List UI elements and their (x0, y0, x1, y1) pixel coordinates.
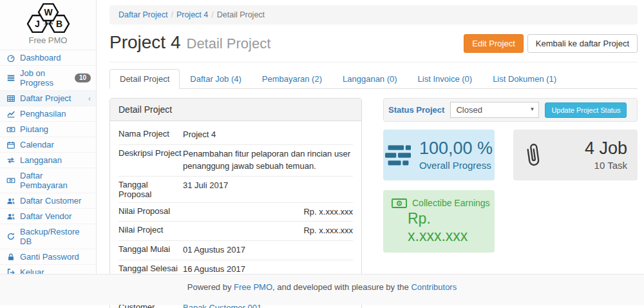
main-content: Daftar Project/Project 4/Detail Project … (97, 5, 644, 308)
table-row: Nilai Proposal Rp. x.xxx.xxx (118, 203, 353, 222)
breadcrumb-separator: / (208, 10, 216, 19)
tab-list-invoice[interactable]: List Invoice (0) (408, 69, 483, 89)
sidebar-item-langganan[interactable]: Langganan (0, 153, 96, 168)
page-title: Project 4Detail Project (109, 32, 270, 54)
jobs-card: 4 Job 10 Task (513, 130, 638, 180)
chart-line-icon (6, 110, 15, 119)
table-row: Nama Project Project 4 (118, 126, 353, 145)
footer-link-free-pmo[interactable]: Free PMO (234, 282, 272, 292)
update-project-status-button[interactable]: Update Project Status (545, 102, 627, 118)
status-project-label: Status Project (388, 105, 444, 115)
status-select-wrap: Closed ▼ (450, 102, 539, 118)
sidebar-item-ganti-password[interactable]: Ganti Password (0, 249, 96, 265)
money-icon (6, 176, 15, 185)
app-name: Free PMO (0, 35, 96, 45)
retweet-icon (6, 156, 15, 165)
footer-text: , and developed with pleasure by the (272, 282, 411, 292)
sidebar-item-penghasilan[interactable]: Penghasilan (0, 106, 96, 122)
jobs-text: 4 Job 10 Task (585, 139, 627, 171)
jobs-caption: 10 Task (585, 160, 627, 171)
sidebar-item-label: Backup/Restore DB (20, 227, 91, 246)
sidebar-item-backup-restore-db[interactable]: Backup/Restore DB (0, 224, 96, 249)
sidebar-item-daftar-project[interactable]: Daftar Project ‹ (0, 91, 96, 106)
earnings-value: Rp. x.xxx.xxx (408, 210, 495, 245)
users-icon (6, 197, 15, 206)
tab-langganan[interactable]: Langganan (0) (332, 69, 408, 89)
earnings-title-row: Collectibe Earnings (392, 198, 495, 208)
page-header: Project 4Detail Project Edit Project Kem… (109, 24, 638, 63)
page-footer: Powered by Free PMO, and developed with … (0, 274, 644, 305)
tab-pembayaran[interactable]: Pembayaran (2) (252, 69, 332, 89)
status-project-bar: Status Project Closed ▼ Update Project S… (383, 98, 638, 122)
breadcrumb-current: Detail Project (217, 10, 265, 19)
sidebar-item-daftar-customer[interactable]: Daftar Customer (0, 193, 96, 209)
sidebar-item-daftar-pembayaran[interactable]: Daftar Pembayaran (0, 168, 96, 193)
table-row: Tanggal Proposal 31 Juli 2017 (118, 177, 353, 203)
project-tabs: Detail Project Daftar Job (4) Pembayaran… (109, 69, 638, 89)
list-icon (6, 73, 15, 82)
overall-progress-card: 100,00 % Overall Progress (383, 130, 495, 180)
tab-detail-project[interactable]: Detail Project (109, 69, 180, 89)
money-bill-icon (392, 198, 407, 208)
header-buttons: Edit Project Kembali ke daftar Project (464, 34, 638, 53)
jwb-logo-icon: W J B .com (25, 3, 71, 33)
footer-link-contributors[interactable]: Contributors (411, 282, 457, 292)
app-logo: W J B .com Free PMO (0, 0, 96, 45)
sidebar-item-label: Langganan (20, 155, 62, 165)
earnings-title: Collectibe Earnings (412, 198, 490, 208)
breadcrumb-link-daftar-project[interactable]: Daftar Project (118, 10, 167, 19)
sidebar-item-label: Calendar (20, 140, 54, 149)
svg-text:W: W (44, 7, 53, 17)
sidebar-item-label: Dashboard (20, 53, 61, 63)
sidebar-item-label: Daftar Vendor (20, 211, 71, 221)
collectible-earnings-card: Collectibe Earnings Rp. x.xxx.xxx (383, 190, 495, 253)
paperclip-icon (522, 140, 545, 171)
progress-text: 100,00 % Overall Progress (419, 139, 493, 171)
tasks-icon (385, 145, 411, 166)
back-to-project-list-button[interactable]: Kembali ke daftar Project (527, 34, 638, 53)
sidebar-item-label: Penghasilan (20, 109, 66, 119)
tab-daftar-job[interactable]: Daftar Job (4) (180, 69, 251, 89)
money-icon (6, 125, 15, 134)
sidebar-nav: Dashboard Job on Progress 10 Daftar Proj… (0, 50, 96, 280)
sidebar-item-label: Ganti Password (20, 252, 79, 262)
table-row: Deskripsi Project Penambahan fitur pelap… (118, 145, 353, 177)
svg-text:J: J (35, 19, 40, 29)
job-count-badge: 10 (75, 73, 91, 82)
sidebar-item-label: Piutang (20, 124, 48, 134)
lock-icon (6, 253, 15, 262)
chevron-left-icon: ‹ (88, 95, 91, 102)
breadcrumb-separator: / (167, 10, 176, 19)
sidebar-item-calendar[interactable]: Calendar (0, 137, 96, 153)
progress-value: 100,00 % (419, 139, 493, 159)
sidebar-item-dashboard[interactable]: Dashboard (0, 50, 96, 66)
sidebar-item-job-on-progress[interactable]: Job on Progress 10 (0, 66, 96, 91)
breadcrumb-link-project-4[interactable]: Project 4 (176, 10, 208, 19)
progress-caption: Overall Progress (419, 160, 493, 171)
sidebar-item-label: Job on Progress (20, 68, 70, 88)
sidebar: W J B .com Free PMO Dashboard Job on Pro… (0, 0, 97, 274)
breadcrumb: Daftar Project/Project 4/Detail Project (109, 5, 638, 24)
right-column: Status Project Closed ▼ Update Project S… (383, 98, 638, 253)
svg-text:.com: .com (43, 21, 52, 25)
footer-text: Powered by (187, 282, 234, 292)
svg-text:B: B (55, 19, 62, 29)
dashboard-icon (6, 53, 15, 63)
sidebar-item-label: Daftar Pembayaran (20, 171, 91, 190)
summary-cards-row: 100,00 % Overall Progress 4 Job 10 Task (383, 130, 638, 180)
refresh-icon (6, 232, 15, 241)
table-icon (6, 94, 15, 103)
edit-project-button[interactable]: Edit Project (464, 34, 523, 53)
page-subtitle: Detail Project (187, 35, 271, 52)
tab-list-dokumen[interactable]: List Dokumen (1) (482, 69, 567, 89)
sidebar-item-label: Daftar Customer (20, 196, 81, 206)
sidebar-item-label: Daftar Project (20, 93, 71, 103)
calendar-icon (6, 140, 15, 149)
status-select[interactable]: Closed (450, 102, 539, 118)
sidebar-item-piutang[interactable]: Piutang (0, 122, 96, 137)
jobs-value: 4 Job (585, 139, 627, 159)
users-icon (6, 212, 15, 221)
sidebar-item-daftar-vendor[interactable]: Daftar Vendor (0, 209, 96, 224)
table-row: Nilai Project Rp. x.xxx.xxx (118, 222, 353, 241)
table-row: Tanggal Mulai 01 Agustus 2017 (118, 241, 353, 260)
